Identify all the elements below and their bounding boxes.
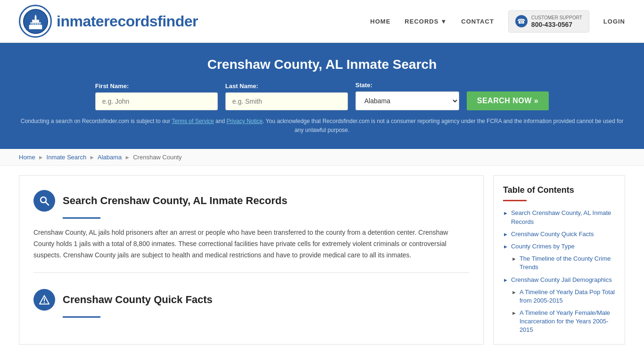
toc-link-7[interactable]: A Timeline of Yearly Female/Male Incarce…: [520, 309, 615, 335]
toc-item: ► A Timeline of Yearly Female/Male Incar…: [503, 309, 615, 335]
chevron-right-icon: ►: [503, 210, 508, 217]
chevron-right-icon: ►: [512, 289, 517, 296]
customer-support-box[interactable]: ☎ CUSTOMER SUPPORT 800-433-0567: [508, 10, 589, 33]
support-number: 800-433-0567: [531, 21, 582, 28]
last-name-input[interactable]: [225, 92, 348, 110]
section1-body: Crenshaw County, AL jails hold prisoners…: [33, 227, 469, 261]
table-of-contents: Table of Contents ► Search Crenshaw Coun…: [493, 175, 625, 344]
breadcrumb-sep-3: ►: [124, 154, 130, 161]
section2-underline: [63, 316, 100, 318]
breadcrumb-current: Crenshaw County: [133, 154, 182, 161]
section-divider: [33, 272, 469, 273]
toc-item: ► The Timeline of the County Crime Trend…: [503, 255, 615, 272]
state-select[interactable]: Alabama: [355, 91, 459, 110]
toc-title: Table of Contents: [503, 185, 615, 195]
toc-list: ► Search Crenshaw County, AL Inmate Reco…: [503, 209, 615, 334]
first-name-input[interactable]: [95, 92, 218, 110]
hero-title: Crenshaw County, AL Inmate Search: [19, 57, 625, 72]
terms-of-service-link[interactable]: Terms of Service: [172, 118, 214, 124]
headset-icon: ☎: [515, 15, 528, 27]
sidebar: Table of Contents ► Search Crenshaw Coun…: [493, 175, 625, 344]
chevron-right-icon: ►: [512, 255, 517, 263]
toc-item: ► Crenshaw County Jail Demographics: [503, 276, 615, 284]
nav-home[interactable]: HOME: [370, 18, 390, 25]
svg-rect-8: [34, 23, 35, 25]
svg-line-15: [46, 202, 49, 206]
toc-item: ► A Timeline of Yearly Data Pop Total fr…: [503, 288, 615, 305]
logo-area: inmaterecordsfinder: [19, 5, 198, 38]
svg-rect-13: [32, 19, 39, 20]
toc-underline: [503, 200, 527, 201]
privacy-notice-link[interactable]: Privacy Notice: [226, 118, 263, 124]
state-group: State: Alabama: [355, 82, 459, 110]
toc-link-3[interactable]: County Crimes by Type: [511, 242, 575, 251]
toc-link-6[interactable]: A Timeline of Yearly Data Pop Total from…: [520, 288, 615, 305]
login-button[interactable]: LOGIN: [603, 18, 625, 25]
last-name-group: Last Name:: [225, 82, 348, 110]
search-icon: [33, 190, 55, 212]
search-button[interactable]: SEARCH NOW »: [467, 91, 549, 110]
toc-item: ► Crenshaw County Quick Facts: [503, 230, 615, 239]
state-label: State:: [355, 82, 459, 89]
hero-disclaimer: Conducting a search on Recordsfinder.com…: [19, 117, 625, 135]
toc-item: ► County Crimes by Type: [503, 242, 615, 251]
breadcrumb-sep-2: ►: [89, 154, 95, 161]
toc-link-1[interactable]: Search Crenshaw County, AL Inmate Record…: [511, 209, 615, 226]
svg-rect-6: [31, 23, 32, 25]
alert-icon: [33, 289, 55, 311]
svg-rect-11: [39, 23, 40, 25]
toc-link-4[interactable]: The Timeline of the County Crime Trends: [520, 255, 615, 272]
chevron-right-icon: ►: [503, 231, 508, 238]
search-form: First Name: Last Name: State: Alabama SE…: [19, 82, 625, 110]
chevron-right-icon: ►: [512, 310, 517, 317]
breadcrumb-sep-1: ►: [38, 154, 44, 161]
section1-header: Search Crenshaw County, AL Inmate Record…: [33, 190, 469, 212]
section2-title: Crenshaw County Quick Facts: [63, 294, 213, 306]
section1-underline: [63, 217, 100, 219]
content-area: Search Crenshaw County, AL Inmate Record…: [19, 175, 484, 344]
hero-section: Crenshaw County, AL Inmate Search First …: [0, 43, 644, 149]
svg-rect-9: [36, 23, 37, 25]
section2: Crenshaw County Quick Facts: [33, 284, 469, 318]
nav-records[interactable]: RECORDS ▼: [405, 18, 447, 25]
logo-icon: [19, 5, 52, 38]
last-name-label: Last Name:: [225, 82, 348, 90]
nav-contact[interactable]: CONTACT: [461, 18, 494, 25]
main-nav: HOME RECORDS ▼ CONTACT ☎ CUSTOMER SUPPOR…: [370, 10, 625, 33]
site-header: inmaterecordsfinder HOME RECORDS ▼ CONTA…: [0, 0, 644, 43]
chevron-right-icon: ►: [503, 277, 508, 284]
support-label: CUSTOMER SUPPORT: [531, 15, 582, 21]
toc-item: ► Search Crenshaw County, AL Inmate Reco…: [503, 209, 615, 226]
svg-rect-10: [38, 23, 39, 25]
logo-text: inmaterecordsfinder: [57, 13, 198, 30]
section1-title: Search Crenshaw County, AL Inmate Record…: [63, 195, 287, 207]
breadcrumb-inmate-search[interactable]: Inmate Search: [47, 154, 87, 161]
first-name-label: First Name:: [95, 82, 218, 90]
main-content: Search Crenshaw County, AL Inmate Record…: [0, 166, 644, 354]
svg-rect-7: [33, 23, 33, 25]
first-name-group: First Name:: [95, 82, 218, 110]
breadcrumb: Home ► Inmate Search ► Alabama ► Crensha…: [0, 149, 644, 166]
toc-link-2[interactable]: Crenshaw County Quick Facts: [511, 230, 594, 239]
chevron-down-icon: ▼: [440, 18, 447, 25]
toc-link-5[interactable]: Crenshaw County Jail Demographics: [511, 276, 612, 284]
breadcrumb-home[interactable]: Home: [19, 154, 35, 161]
breadcrumb-alabama[interactable]: Alabama: [98, 154, 122, 161]
svg-rect-12: [30, 22, 41, 23]
section2-header: Crenshaw County Quick Facts: [33, 289, 469, 311]
chevron-right-icon: ►: [503, 243, 508, 250]
svg-point-18: [44, 302, 45, 303]
